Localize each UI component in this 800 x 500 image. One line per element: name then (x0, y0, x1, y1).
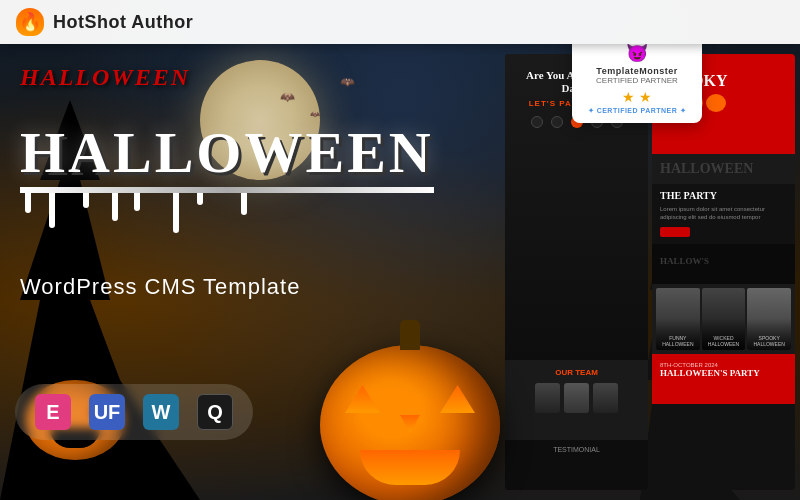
halloween-banner-text: HALLOWEEN (660, 161, 753, 176)
preview-team: OUR TEAM (505, 360, 648, 440)
flame-icon (16, 8, 44, 36)
subtitle-text: WordPress CMS Template (20, 274, 300, 299)
big-title: HALLOWEEN (20, 124, 434, 193)
gallery-item: SPOOKY HALLOWEEN (747, 288, 791, 350)
preview-events: HALLOW'S (652, 244, 795, 284)
gallery-label: FUNNY HALLOWEEN (658, 335, 698, 347)
preview-halloween-banner: HALLOWEEN (652, 154, 795, 184)
right-panel: 😈 TemplateMonster CERTIFIED PARTNER ★ ★ … (500, 44, 800, 500)
preview-testimonial: TESTIMONIAL (505, 440, 648, 490)
gallery-item: WICKED HALLOWEEN (702, 288, 746, 350)
gallery-item: FUNNY HALLOWEEN (656, 288, 700, 350)
preview-team-title: OUR TEAM (513, 368, 640, 377)
events-label: HALLOW'S (660, 256, 709, 266)
team-member (564, 383, 589, 413)
star-icon: ★ (639, 89, 652, 105)
gallery-label: WICKED HALLOWEEN (704, 335, 744, 347)
pumpkin-center-decoration (310, 320, 510, 500)
badge-subtitle: CERTIFIED PARTNER (584, 76, 690, 85)
team-member (535, 383, 560, 413)
certified-label: ✦ CERTIFIED PARTNER ✦ (584, 107, 690, 115)
template-monster-badge: 😈 TemplateMonster CERTIFIED PARTNER ★ ★ … (572, 44, 702, 123)
elementor-icon: E (35, 394, 71, 430)
testimonial-label: TESTIMONIAL (511, 446, 642, 453)
gallery-label: SPOOKY HALLOWEEN (749, 335, 789, 347)
footer-title: HALLOWEEN'S PARTY (660, 368, 787, 378)
preview-footer: 8TH-OCTOBER 2024 HALLOWEEN'S PARTY (652, 354, 795, 404)
big-halloween-section: HALLOWEEN (20, 124, 434, 233)
preview-team-members (513, 383, 640, 413)
party-title: THE PARTY (660, 190, 787, 201)
small-logo-text: HALLOWEEN (20, 64, 190, 90)
logo-icon (15, 7, 45, 37)
small-logo: HALLOWEEN (20, 64, 190, 91)
wordpress-icon: W (143, 394, 179, 430)
drips-decoration (20, 193, 434, 233)
badge-icon: 😈 (584, 44, 690, 64)
star-icon: ★ (622, 89, 635, 105)
badge-stars: ★ ★ (584, 89, 690, 105)
wordpress-subtitle: WordPress CMS Template (20, 274, 300, 300)
preview-gallery: FUNNY HALLOWEEN WICKED HALLOWEEN SPOOKY … (652, 284, 795, 354)
header-bar: HotShot Author (0, 0, 800, 44)
tech-bar: E UF W Q (15, 384, 253, 440)
ux-builder-icon: UF (89, 394, 125, 430)
header-title: HotShot Author (53, 12, 193, 33)
team-member (593, 383, 618, 413)
badge-title: TemplateMonster (584, 66, 690, 76)
pumpkin-icon (706, 94, 726, 112)
quiz-icon: Q (197, 394, 233, 430)
preview-party: THE PARTY Lorem ipsum dolor sit amet con… (652, 184, 795, 244)
